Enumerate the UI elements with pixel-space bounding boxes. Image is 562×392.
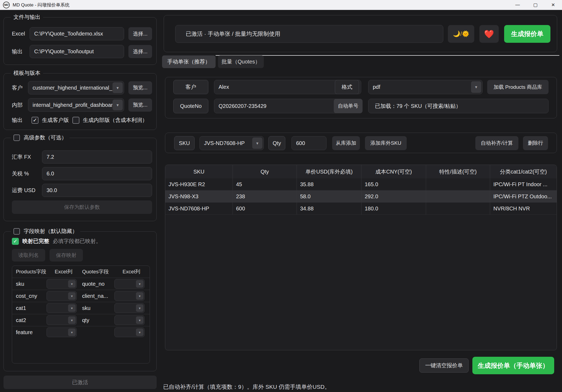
chevron-down-icon[interactable]: ▾	[113, 82, 123, 93]
add-external-sku-button[interactable]: 添加库外SKU	[365, 136, 407, 150]
table-row-selected[interactable]: JVS-N98-X3 238 58.0 292.0 IPC/Wi-Fi PTZ …	[165, 190, 557, 203]
field-mapping-checkbox[interactable]	[13, 228, 20, 235]
load-products-button[interactable]: 加载 Products 商品库	[487, 80, 549, 94]
autofill-calc-button[interactable]: 自动补齐/计算	[475, 136, 518, 150]
chevron-down-icon[interactable]: ▾	[471, 81, 481, 93]
excel-column-select[interactable]: ▾	[47, 279, 77, 289]
cell-feature	[426, 190, 490, 202]
output-browse-button[interactable]: 选择...	[128, 45, 152, 58]
generate-manual-quote-button[interactable]: 生成报价单（手动单张）	[472, 357, 554, 374]
excel-browse-button[interactable]: 选择...	[128, 27, 152, 40]
excel-column-select[interactable]: ▾	[47, 327, 77, 337]
sku-label: SKU	[174, 136, 195, 150]
heart-icon: ❤️	[484, 29, 494, 39]
client-version-label: 生成客户版	[42, 116, 69, 124]
excel-column-select[interactable]: ▾	[47, 291, 77, 301]
fx-rate-label: 汇率 FX	[12, 153, 42, 161]
client-label: 客户	[173, 80, 208, 94]
cell-cost: 180.0	[361, 203, 426, 214]
version-output-label: 输出	[12, 116, 28, 124]
freight-input[interactable]: 30.0	[42, 184, 152, 197]
save-default-params-button[interactable]: 保存为默认参数	[12, 200, 152, 214]
format-select[interactable]: pdf ▾	[368, 80, 483, 94]
cell-cost: 292.0	[361, 190, 426, 202]
chevron-down-icon[interactable]: ▾	[252, 137, 262, 149]
table-row[interactable]: JVS-H930E R2 45 35.88 165.0 IPC/Wi-Fi PT…	[165, 178, 557, 190]
minimize-icon[interactable]: —	[509, 0, 526, 10]
auto-number-button[interactable]: 自动单号	[334, 99, 363, 113]
mapping-table: Products字段 Excel列 Quotes字段 Excel列 sku ▾ …	[12, 266, 150, 363]
chevron-down-icon[interactable]: ▾	[68, 304, 76, 312]
internal-preview-button[interactable]: 预览...	[128, 98, 152, 112]
add-from-library-button[interactable]: 从库添加	[332, 136, 360, 150]
delete-row-button[interactable]: 删除行	[523, 136, 548, 150]
chevron-down-icon[interactable]: ▾	[68, 280, 76, 288]
clear-quote-button[interactable]: 一键清空报价单	[419, 358, 469, 373]
chevron-down-icon[interactable]: ▾	[136, 316, 143, 324]
read-columns-button[interactable]: 读取列名	[12, 249, 45, 262]
col-feature: 特性/描述(可空)	[426, 165, 490, 178]
chevron-down-icon[interactable]: ▾	[68, 292, 76, 300]
excel-column-select[interactable]: ▾	[114, 327, 145, 337]
cell-feature	[426, 203, 490, 214]
output-path-input[interactable]: C:\PY\Quote_Tool\output	[30, 45, 124, 58]
qty-input[interactable]: 600	[291, 136, 326, 150]
titlebar: MD MD Quote - 闷墩报价单系统 — ▢ ✕	[0, 0, 562, 10]
sku-select[interactable]: JVS-ND7608-HP ▾	[199, 136, 264, 150]
format-label: 格式	[335, 80, 359, 94]
theme-toggle-button[interactable]: 🌙/🌞	[448, 25, 474, 43]
cell-qty: 238	[233, 190, 297, 202]
close-icon[interactable]: ✕	[544, 0, 562, 10]
tab-batch-quotes[interactable]: 批量（Quotes）	[218, 55, 264, 68]
favorite-button[interactable]: ❤️	[479, 25, 499, 43]
generate-quote-button[interactable]: 生成报价单	[504, 25, 550, 43]
cell-price: 58.0	[297, 190, 361, 202]
mapping-header-products: Products字段	[12, 268, 47, 275]
excel-column-select[interactable]: ▾	[114, 315, 145, 325]
internal-version-checkbox[interactable]	[72, 117, 79, 124]
excel-column-select[interactable]: ▾	[114, 291, 145, 301]
col-cost-cny: 成本CNY(可空)	[361, 165, 426, 178]
excel-path-input[interactable]: C:\PY\Quote_Tool\demo.xlsx	[30, 27, 124, 40]
internal-template-label: 内部	[12, 101, 28, 109]
license-status-field: 已激活 · 手动单张 / 批量均无限制使用	[175, 25, 443, 43]
excel-column-select[interactable]: ▾	[114, 303, 145, 313]
customer-template-select[interactable]: customer_highend_international_ ▾	[28, 81, 124, 94]
excel-column-select[interactable]: ▾	[47, 303, 77, 313]
quote-field: quote_no	[80, 281, 114, 287]
table-row[interactable]: JVS-ND7608-HP 600 34.88 180.0 NVR/8CH NV…	[165, 203, 557, 215]
customer-preview-button[interactable]: 预览...	[128, 81, 152, 94]
format-value: pdf	[373, 84, 380, 90]
internal-template-select[interactable]: internal_highend_profit_dashboar ▾	[28, 98, 124, 112]
save-mapping-button[interactable]: 保存映射	[50, 249, 83, 262]
mapping-complete-checkbox[interactable]: ✓	[12, 238, 19, 245]
col-qty: Qty	[233, 165, 297, 178]
excel-column-select[interactable]: ▾	[47, 315, 77, 325]
chevron-down-icon[interactable]: ▾	[136, 329, 143, 336]
tab-manual-single[interactable]: 手动单张（推荐）	[162, 55, 216, 68]
client-version-checkbox[interactable]: ✓	[31, 117, 38, 124]
cell-qty: 600	[233, 203, 297, 214]
chevron-down-icon[interactable]: ▾	[136, 292, 143, 300]
group-mapping-title: 字段映射（默认隐藏）	[24, 228, 78, 235]
cell-category: IPC/Wi-Fi PT Indoor ...	[490, 178, 557, 190]
fx-rate-input[interactable]: 7.2	[42, 150, 152, 164]
quoteno-label: QuoteNo	[173, 99, 208, 113]
chevron-down-icon[interactable]: ▾	[136, 304, 143, 312]
chevron-down-icon[interactable]: ▾	[113, 100, 123, 110]
chevron-down-icon[interactable]: ▾	[68, 316, 76, 324]
mapping-row: cat1 ▾ sku ▾	[12, 302, 150, 314]
activated-button[interactable]: 已激活	[3, 376, 157, 389]
excel-column-select[interactable]: ▾	[114, 279, 145, 289]
mapping-row: cat2 ▾ qty ▾	[12, 314, 150, 326]
cell-sku: JVS-N98-X3	[165, 190, 233, 202]
chevron-down-icon[interactable]: ▾	[68, 329, 76, 336]
chevron-down-icon[interactable]: ▾	[136, 280, 143, 288]
freight-label: 运费 USD	[12, 187, 42, 194]
quote-field: qty	[80, 317, 114, 323]
advanced-params-checkbox[interactable]	[13, 135, 20, 141]
maximize-icon[interactable]: ▢	[526, 0, 544, 10]
tariff-input[interactable]: 6.0	[42, 167, 152, 180]
app-window: MD MD Quote - 闷墩报价单系统 — ▢ ✕ 文件与输出 Excel …	[0, 0, 562, 392]
cell-category: NVR/8CH NVR	[490, 203, 557, 214]
